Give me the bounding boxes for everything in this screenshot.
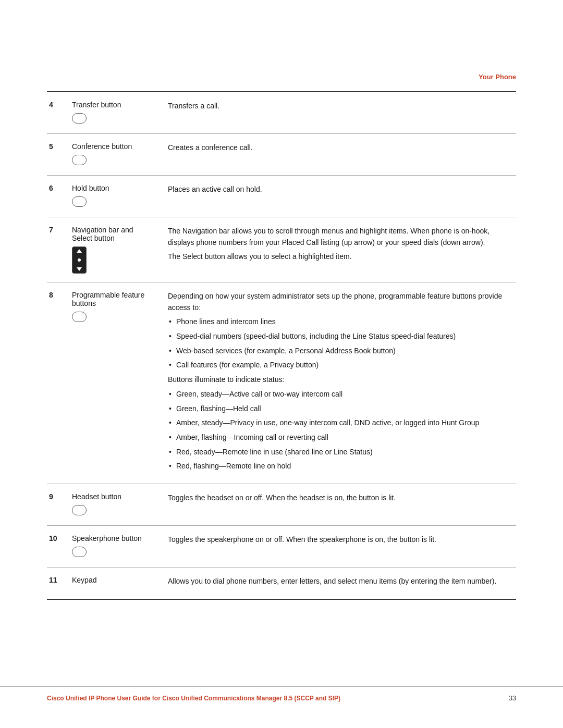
- row-number: 9: [47, 484, 68, 525]
- row-feature-name: Speakerphone button: [68, 525, 162, 567]
- bullet-item: Speed-dial numbers (speed-dial buttons, …: [168, 331, 514, 342]
- row-feature-name: Navigation bar and Select button: [68, 217, 162, 282]
- bullet-item: Call features (for example, a Privacy bu…: [168, 360, 514, 371]
- row-feature-name: Programmable feature buttons: [68, 282, 162, 484]
- main-content: 4Transfer buttonTransfers a call.5Confer…: [0, 91, 563, 621]
- table-row: 6Hold buttonPlaces an active call on hol…: [47, 176, 516, 217]
- page-container: Your Phone 4Transfer buttonTransfers a c…: [0, 0, 563, 728]
- row-number: 11: [47, 567, 68, 599]
- description-paragraph: The Navigation bar allows you to scroll …: [168, 226, 514, 248]
- nav-down-arrow-icon: [77, 267, 82, 271]
- description-paragraph: Toggles the speakerphone on or off. When…: [168, 534, 514, 546]
- row-feature-name: Transfer button: [68, 92, 162, 134]
- row-description: Places an active call on hold.: [162, 176, 516, 217]
- table-row: 5Conference buttonCreates a conference c…: [47, 134, 516, 176]
- row-description: Toggles the headset on or off. When the …: [162, 484, 516, 525]
- row-number: 6: [47, 176, 68, 217]
- row-number: 5: [47, 134, 68, 176]
- table-row: 10Speakerphone buttonToggles the speaker…: [47, 525, 516, 567]
- status-bullet-item: Red, steady—Remote line in use (shared l…: [168, 447, 514, 458]
- button-round-icon: [72, 196, 87, 207]
- description-paragraph: Depending on how your system administrat…: [168, 291, 514, 313]
- row-description: The Navigation bar allows you to scroll …: [162, 217, 516, 282]
- row-number: 8: [47, 282, 68, 484]
- table-row: 9Headset buttonToggles the headset on or…: [47, 484, 516, 525]
- status-bullet-item: Amber, steady—Privacy in use, one-way in…: [168, 417, 514, 429]
- row-number: 7: [47, 217, 68, 282]
- features-table-element: 4Transfer buttonTransfers a call.5Confer…: [47, 92, 516, 600]
- feature-bullet-list: Phone lines and intercom linesSpeed-dial…: [168, 316, 514, 371]
- row-number: 10: [47, 525, 68, 567]
- button-round-icon: [72, 547, 87, 557]
- description-paragraph: Creates a conference call.: [168, 142, 514, 154]
- footer-page-number: 33: [509, 694, 516, 702]
- button-round-icon: [72, 155, 87, 165]
- button-round-icon: [72, 113, 87, 124]
- your-phone-label: Your Phone: [479, 73, 516, 81]
- status-bullet-item: Red, flashing—Remote line on hold: [168, 461, 514, 472]
- description-paragraph: Transfers a call.: [168, 101, 514, 112]
- row-feature-name: Keypad: [68, 567, 162, 599]
- page-footer: Cisco Unified IP Phone User Guide for Ci…: [0, 686, 563, 702]
- row-description: Allows you to dial phone numbers, enter …: [162, 567, 516, 599]
- nav-bar-icon: [72, 246, 87, 274]
- bullet-item: Phone lines and intercom lines: [168, 316, 514, 328]
- status-bullet-list: Green, steady—Active call or two-way int…: [168, 389, 514, 472]
- nav-center-icon: [78, 258, 81, 262]
- button-round-icon: [72, 505, 87, 515]
- table-row: 8Programmable feature buttonsDepending o…: [47, 282, 516, 484]
- description-paragraph: Allows you to dial phone numbers, enter …: [168, 576, 514, 587]
- row-feature-name: Headset button: [68, 484, 162, 525]
- status-bullet-item: Amber, flashing—Incoming call or reverti…: [168, 432, 514, 443]
- row-description: Depending on how your system administrat…: [162, 282, 516, 484]
- description-paragraph: The Select button allows you to select a…: [168, 251, 514, 263]
- bullet-item: Web-based services (for example, a Perso…: [168, 346, 514, 357]
- row-feature-name: Hold button: [68, 176, 162, 217]
- button-round-icon: [72, 312, 87, 322]
- row-description: Toggles the speakerphone on or off. When…: [162, 525, 516, 567]
- feature-table: 4Transfer buttonTransfers a call.5Confer…: [47, 91, 516, 600]
- status-bullet-item: Green, flashing—Held call: [168, 403, 514, 415]
- status-bullet-item: Green, steady—Active call or two-way int…: [168, 389, 514, 400]
- page-header: Your Phone: [0, 0, 563, 91]
- row-number: 4: [47, 92, 68, 134]
- row-description: Transfers a call.: [162, 92, 516, 134]
- table-row: 4Transfer buttonTransfers a call.: [47, 92, 516, 134]
- nav-up-arrow-icon: [77, 249, 82, 253]
- table-row: 11KeypadAllows you to dial phone numbers…: [47, 567, 516, 599]
- description-paragraph: Toggles the headset on or off. When the …: [168, 492, 514, 504]
- row-feature-name: Conference button: [68, 134, 162, 176]
- row-description: Creates a conference call.: [162, 134, 516, 176]
- extra-paragraph: Buttons illuminate to indicate status:: [168, 374, 514, 386]
- footer-guide-title: Cisco Unified IP Phone User Guide for Ci…: [47, 695, 340, 702]
- description-paragraph: Places an active call on hold.: [168, 184, 514, 195]
- table-row: 7Navigation bar and Select buttonThe Nav…: [47, 217, 516, 282]
